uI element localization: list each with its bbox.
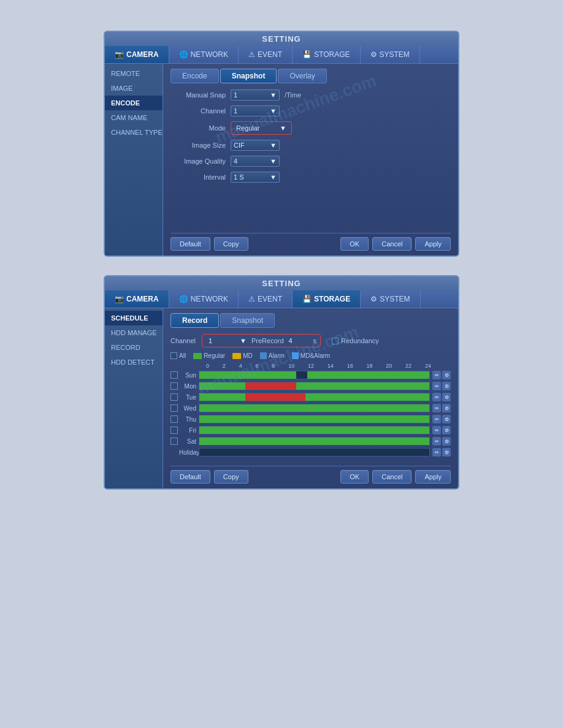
default-button-2[interactable]: Default bbox=[170, 470, 210, 483]
storage-icon: 💾 bbox=[302, 50, 312, 59]
p2-channel-select[interactable]: 1 ▼ bbox=[206, 336, 249, 346]
mode-select[interactable]: Regular ▼ bbox=[234, 123, 289, 133]
p2-subtab-snapshot[interactable]: Snapshot bbox=[220, 313, 275, 328]
sidebar-item-hdd-detect[interactable]: HDD DETECT bbox=[105, 355, 163, 370]
tue-label: Tue bbox=[179, 394, 199, 401]
sun-bars[interactable] bbox=[199, 371, 430, 379]
sidebar-item-image[interactable]: IMAGE bbox=[105, 81, 163, 96]
wed-gear-icon[interactable]: ⚙ bbox=[442, 404, 451, 412]
mode-highlight-box: Regular ▼ bbox=[231, 121, 292, 135]
sidebar-1: REMOTE IMAGE ENCODE CAM NAME CHANNEL TYP… bbox=[105, 64, 163, 256]
cancel-button-1[interactable]: Cancel bbox=[372, 237, 412, 251]
holiday-gear-icon[interactable]: ⚙ bbox=[442, 448, 451, 457]
holiday-bars[interactable] bbox=[199, 448, 430, 457]
sidebar-item-cam-name[interactable]: CAM NAME bbox=[105, 110, 163, 125]
btn-group-right-2: OK Cancel Apply bbox=[340, 470, 451, 483]
sun-pencil-icon[interactable]: ✏ bbox=[432, 371, 441, 379]
thu-gear-icon[interactable]: ⚙ bbox=[442, 415, 451, 423]
thu-actions: ✏ ⚙ bbox=[432, 415, 451, 423]
sidebar-item-remote[interactable]: REMOTE bbox=[105, 66, 163, 81]
mon-pencil-icon[interactable]: ✏ bbox=[432, 382, 441, 390]
sun-label: Sun bbox=[179, 372, 199, 379]
p2-nav-storage[interactable]: 💾 STORAGE bbox=[293, 290, 361, 308]
sidebar-item-hdd-manage[interactable]: HDD MANAGE bbox=[105, 325, 163, 340]
copy-button-2[interactable]: Copy bbox=[214, 470, 248, 483]
dropdown-arrow-icon-4: ▼ bbox=[270, 142, 277, 149]
subtab-encode[interactable]: Encode bbox=[170, 69, 219, 83]
sat-checkbox[interactable] bbox=[170, 438, 178, 445]
sub-tabs-2: Record Snapshot bbox=[170, 313, 451, 328]
btn-group-left-2: Default Copy bbox=[170, 470, 248, 483]
mon-checkbox[interactable] bbox=[170, 382, 178, 390]
copy-button-1[interactable]: Copy bbox=[214, 237, 248, 251]
channel-row-1: Channel 1 ▼ bbox=[170, 105, 451, 116]
redundancy-checkbox[interactable] bbox=[332, 338, 339, 344]
cancel-button-2[interactable]: Cancel bbox=[372, 470, 412, 483]
thu-checkbox[interactable] bbox=[170, 415, 178, 423]
network-icon: 🌐 bbox=[179, 50, 188, 59]
nav-system[interactable]: ⚙ SYSTEM bbox=[361, 46, 420, 63]
sidebar-item-record[interactable]: RECORD bbox=[105, 340, 163, 355]
nav-network[interactable]: 🌐 NETWORK bbox=[169, 46, 239, 63]
holiday-actions: ✏ ⚙ bbox=[432, 448, 451, 457]
mon-gear-icon[interactable]: ⚙ bbox=[442, 382, 451, 390]
image-quality-select[interactable]: 4 ▼ bbox=[231, 156, 280, 167]
apply-button-1[interactable]: Apply bbox=[415, 237, 451, 251]
sidebar-item-channel-type[interactable]: CHANNEL TYPE bbox=[105, 125, 163, 140]
fri-checkbox[interactable] bbox=[170, 427, 178, 434]
nav-event[interactable]: ⚠ EVENT bbox=[239, 46, 293, 63]
grid-row-wed: Wed ✏ ⚙ bbox=[170, 403, 451, 413]
default-button-1[interactable]: Default bbox=[170, 237, 210, 251]
nav-storage[interactable]: 💾 STORAGE bbox=[293, 46, 360, 63]
thu-bars[interactable] bbox=[199, 415, 430, 423]
tue-checkbox[interactable] bbox=[170, 393, 178, 401]
thu-pencil-icon[interactable]: ✏ bbox=[432, 415, 441, 423]
sun-checkbox[interactable] bbox=[170, 371, 178, 379]
redundancy-label: Redundancy bbox=[341, 337, 379, 344]
mon-actions: ✏ ⚙ bbox=[432, 382, 451, 390]
sidebar-item-encode[interactable]: ENCODE bbox=[105, 96, 163, 110]
manual-snap-select[interactable]: 1 ▼ bbox=[231, 89, 280, 100]
ok-button-1[interactable]: OK bbox=[340, 237, 369, 251]
panel-1: SETTING 📷 CAMERA 🌐 NETWORK ⚠ EVENT 💾 STO… bbox=[104, 31, 459, 257]
image-size-select[interactable]: CIF ▼ bbox=[231, 140, 280, 151]
p2-network-icon: 🌐 bbox=[179, 295, 188, 303]
ok-button-2[interactable]: OK bbox=[340, 470, 369, 483]
subtab-snapshot[interactable]: Snapshot bbox=[220, 69, 277, 83]
wed-bars[interactable] bbox=[199, 404, 430, 412]
fri-gear-icon[interactable]: ⚙ bbox=[442, 426, 451, 434]
legend-md-alarm: MD&Alarm bbox=[292, 352, 330, 359]
fri-pencil-icon[interactable]: ✏ bbox=[432, 426, 441, 434]
fri-label: Fri bbox=[179, 427, 199, 434]
wed-checkbox[interactable] bbox=[170, 404, 178, 412]
p2-nav-system[interactable]: ⚙ SYSTEM bbox=[361, 290, 420, 308]
p2-nav-camera[interactable]: 📷 CAMERA bbox=[105, 290, 169, 308]
tue-pencil-icon[interactable]: ✏ bbox=[432, 393, 441, 401]
sidebar-item-schedule[interactable]: SCHEDULE bbox=[105, 311, 163, 325]
nav-event-label: EVENT bbox=[258, 50, 282, 59]
all-checkbox[interactable] bbox=[170, 352, 177, 359]
alarm-checkbox[interactable] bbox=[260, 352, 267, 359]
p2-nav-event[interactable]: ⚠ EVENT bbox=[239, 290, 293, 308]
fri-bars[interactable] bbox=[199, 426, 430, 434]
regular-legend-box bbox=[193, 353, 202, 359]
nav-camera[interactable]: 📷 CAMERA bbox=[105, 46, 169, 63]
wed-pencil-icon[interactable]: ✏ bbox=[432, 404, 441, 412]
sat-pencil-icon[interactable]: ✏ bbox=[432, 437, 441, 446]
dropdown-arrow-icon: ▼ bbox=[270, 91, 277, 99]
holiday-pencil-icon[interactable]: ✏ bbox=[432, 448, 441, 457]
panel-2-body: SCHEDULE HDD MANAGE RECORD HDD DETECT Re… bbox=[105, 308, 458, 488]
interval-select[interactable]: 1 S ▼ bbox=[231, 172, 280, 183]
sun-gear-icon[interactable]: ⚙ bbox=[442, 371, 451, 379]
subtab-overlay[interactable]: Overlay bbox=[278, 69, 326, 83]
sat-bars[interactable] bbox=[199, 437, 430, 446]
tue-gear-icon[interactable]: ⚙ bbox=[442, 393, 451, 401]
p2-prerecord-select[interactable]: 4 bbox=[286, 336, 311, 346]
p2-nav-network[interactable]: 🌐 NETWORK bbox=[169, 290, 239, 308]
tue-bars[interactable] bbox=[199, 393, 430, 401]
p2-subtab-record[interactable]: Record bbox=[170, 313, 219, 328]
channel-select-1[interactable]: 1 ▼ bbox=[231, 105, 280, 116]
mon-bars[interactable] bbox=[199, 382, 430, 390]
apply-button-2[interactable]: Apply bbox=[415, 470, 451, 483]
sat-gear-icon[interactable]: ⚙ bbox=[442, 437, 451, 446]
